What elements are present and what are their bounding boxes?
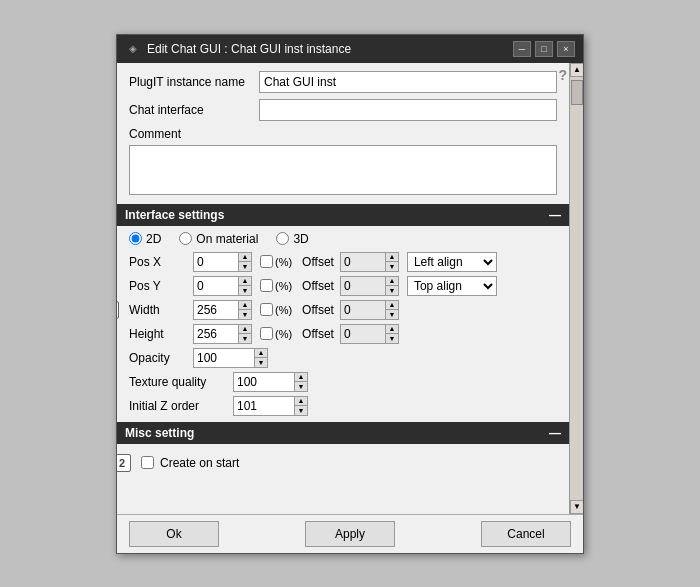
pos-y-row: Pos Y ▲ ▼ (%) Offset ▲ ▼: [129, 276, 557, 296]
z-order-input[interactable]: [233, 396, 295, 416]
z-order-down[interactable]: ▼: [295, 406, 307, 415]
pos-x-offset-down[interactable]: ▼: [386, 262, 398, 271]
pos-y-offset-spinner[interactable]: ▲ ▼: [340, 276, 399, 296]
z-order-up[interactable]: ▲: [295, 397, 307, 406]
pos-y-label: Pos Y: [129, 279, 189, 293]
width-offset-label: Offset: [302, 303, 334, 317]
texture-quality-down[interactable]: ▼: [295, 382, 307, 391]
comment-section: Comment: [129, 127, 557, 198]
pos-x-spinner[interactable]: ▲ ▼: [193, 252, 252, 272]
pos-x-offset-input[interactable]: [340, 252, 386, 272]
scroll-up-button[interactable]: ▲: [570, 63, 583, 77]
pos-y-pct-checkbox[interactable]: (%): [260, 279, 292, 292]
texture-quality-input[interactable]: [233, 372, 295, 392]
texture-quality-label: Texture quality: [129, 375, 229, 389]
maximize-button[interactable]: □: [535, 41, 553, 57]
width-input[interactable]: [193, 300, 239, 320]
opacity-spinner[interactable]: ▲ ▼: [193, 348, 268, 368]
scroll-thumb[interactable]: [571, 80, 583, 105]
chat-interface-row: Chat interface: [129, 99, 557, 121]
width-down[interactable]: ▼: [239, 310, 251, 319]
minimize-button[interactable]: ─: [513, 41, 531, 57]
z-order-row: Initial Z order ▲ ▼: [129, 396, 557, 416]
pos-y-spinner[interactable]: ▲ ▼: [193, 276, 252, 296]
height-offset-label: Offset: [302, 327, 334, 341]
height-spinner[interactable]: ▲ ▼: [193, 324, 252, 344]
plugin-name-label: PlugIT instance name: [129, 75, 259, 89]
radio-3d[interactable]: 3D: [276, 232, 308, 246]
opacity-up[interactable]: ▲: [255, 349, 267, 358]
pos-x-offset-spinner[interactable]: ▲ ▼: [340, 252, 399, 272]
texture-quality-up[interactable]: ▲: [295, 373, 307, 382]
interface-settings-header: Interface settings —: [117, 204, 569, 226]
width-label: Width: [129, 303, 189, 317]
pos-y-up[interactable]: ▲: [239, 277, 251, 286]
misc-collapse-button[interactable]: —: [549, 426, 561, 440]
width-badge: 1: [117, 301, 119, 319]
opacity-input[interactable]: [193, 348, 255, 368]
width-spinner[interactable]: ▲ ▼: [193, 300, 252, 320]
chat-interface-input[interactable]: [259, 99, 557, 121]
comment-textarea[interactable]: [129, 145, 557, 195]
pos-y-input[interactable]: [193, 276, 239, 296]
window-title: Edit Chat GUI : Chat GUI inst instance: [147, 42, 351, 56]
pos-x-up[interactable]: ▲: [239, 253, 251, 262]
pos-x-input[interactable]: [193, 252, 239, 272]
width-row: 1 Width ▲ ▼ (%) Offset ▲: [129, 300, 557, 320]
height-offset-up[interactable]: ▲: [386, 325, 398, 334]
height-input[interactable]: [193, 324, 239, 344]
z-order-label: Initial Z order: [129, 399, 229, 413]
create-on-start-checkbox[interactable]: [141, 456, 154, 469]
help-icon: ?: [558, 67, 567, 83]
opacity-label: Opacity: [129, 351, 189, 365]
radio-group: 2D On material 3D: [129, 232, 557, 246]
opacity-row: Opacity ▲ ▼: [129, 348, 557, 368]
width-pct-checkbox[interactable]: (%): [260, 303, 292, 316]
height-pct-checkbox[interactable]: (%): [260, 327, 292, 340]
comment-label: Comment: [129, 127, 557, 141]
interface-settings-label: Interface settings: [125, 208, 224, 222]
height-label: Height: [129, 327, 189, 341]
cancel-button[interactable]: Cancel: [481, 521, 571, 547]
texture-quality-spinner[interactable]: ▲ ▼: [233, 372, 308, 392]
chat-interface-label: Chat interface: [129, 103, 259, 117]
height-offset-input[interactable]: [340, 324, 386, 344]
interface-collapse-button[interactable]: —: [549, 208, 561, 222]
misc-settings-label: Misc setting: [125, 426, 194, 440]
misc-content: 2 Create on start: [129, 450, 557, 476]
misc-badge: 2: [117, 454, 131, 472]
radio-on-material[interactable]: On material: [179, 232, 258, 246]
width-offset-up[interactable]: ▲: [386, 301, 398, 310]
pos-x-pct-checkbox[interactable]: (%): [260, 255, 292, 268]
title-bar: ◈ Edit Chat GUI : Chat GUI inst instance…: [117, 35, 583, 63]
pos-x-label: Pos X: [129, 255, 189, 269]
pos-y-offset-down[interactable]: ▼: [386, 286, 398, 295]
pos-y-align-select[interactable]: Top align Middle align Bottom align: [407, 276, 497, 296]
pos-y-offset-up[interactable]: ▲: [386, 277, 398, 286]
height-offset-down[interactable]: ▼: [386, 334, 398, 343]
height-down[interactable]: ▼: [239, 334, 251, 343]
ok-button[interactable]: Ok: [129, 521, 219, 547]
scroll-down-button[interactable]: ▼: [570, 500, 583, 514]
pos-x-align-select[interactable]: Left align Center align Right align: [407, 252, 497, 272]
width-offset-input[interactable]: [340, 300, 386, 320]
radio-2d[interactable]: 2D: [129, 232, 161, 246]
apply-button[interactable]: Apply: [305, 521, 395, 547]
opacity-down[interactable]: ▼: [255, 358, 267, 367]
height-offset-spinner[interactable]: ▲ ▼: [340, 324, 399, 344]
button-bar: Ok Apply Cancel: [117, 514, 583, 553]
texture-quality-row: Texture quality ▲ ▼: [129, 372, 557, 392]
close-button[interactable]: ×: [557, 41, 575, 57]
pos-y-down[interactable]: ▼: [239, 286, 251, 295]
pos-x-down[interactable]: ▼: [239, 262, 251, 271]
create-on-start-label: Create on start: [160, 456, 239, 470]
z-order-spinner[interactable]: ▲ ▼: [233, 396, 308, 416]
height-up[interactable]: ▲: [239, 325, 251, 334]
pos-x-row: Pos X ▲ ▼ (%) Offset ▲ ▼: [129, 252, 557, 272]
width-offset-down[interactable]: ▼: [386, 310, 398, 319]
width-offset-spinner[interactable]: ▲ ▼: [340, 300, 399, 320]
pos-x-offset-up[interactable]: ▲: [386, 253, 398, 262]
plugin-name-input[interactable]: [259, 71, 557, 93]
width-up[interactable]: ▲: [239, 301, 251, 310]
pos-y-offset-input[interactable]: [340, 276, 386, 296]
